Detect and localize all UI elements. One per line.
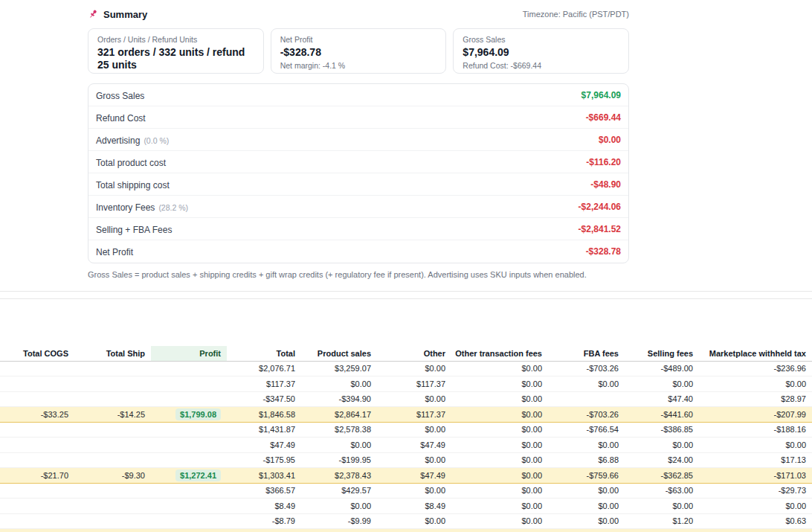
cell-product-sales: $429.57 (301, 483, 377, 499)
cell-selling-fees: $0.00 (625, 438, 699, 453)
cell-product-sales (301, 529, 377, 532)
cell-total: $1,303.41 (227, 468, 301, 484)
summary-row-label: Refund Cost (96, 111, 146, 124)
col-header-other: Other (377, 346, 451, 361)
cell-total-cogs (0, 452, 74, 468)
cell-total: $366.57 (227, 483, 301, 499)
summary-breakdown-list: Gross Sales$7,964.09Refund Cost-$669.44A… (88, 83, 629, 263)
cell-other-transaction-fees: $0.00 (451, 499, 548, 514)
cell-fba-fees: $0.00 (548, 513, 625, 529)
cell-fba-fees: -$759.66 (548, 468, 625, 484)
table-subtotal-row (0, 529, 812, 532)
cell-product-sales: -$394.90 (301, 391, 377, 407)
summary-row-refund-cost: Refund Cost-$669.44 (88, 106, 628, 129)
cell-total-cogs: -$33.25 (0, 407, 74, 423)
cell-total-cogs (0, 361, 74, 376)
summary-row-note: (28.2 %) (158, 203, 188, 212)
cell-fba-fees: $0.00 (548, 499, 625, 514)
cell-total: -$8.79 (227, 513, 301, 529)
cell-other-transaction-fees: $0.00 (451, 438, 548, 453)
cell-profit (151, 529, 227, 532)
card-gross-sales: Gross Sales $7,964.09 Refund Cost: -$669… (453, 28, 629, 74)
cell-total-cogs: -$21.70 (0, 468, 74, 484)
table-subtotal-row: -$33.25-$14.25$1,799.08$1,846.58$2,864.1… (0, 407, 812, 423)
cell-selling-fees: $24.00 (625, 452, 699, 468)
summary-row-label: Total shipping cost (96, 178, 170, 191)
divider-line (0, 291, 812, 292)
cell-other: $0.00 (377, 391, 451, 407)
cell-fba-fees (548, 391, 625, 407)
summary-row-value: -$2,244.06 (579, 202, 621, 212)
cell-other-transaction-fees: $0.00 (451, 468, 548, 484)
cell-product-sales: $0.00 (301, 438, 377, 453)
cell-selling-fees: -$362.85 (625, 468, 699, 484)
cell-other: $0.00 (377, 452, 451, 468)
cell-profit (151, 376, 227, 392)
col-header-total-ship: Total Ship (74, 346, 151, 361)
cell-marketplace-withheld-tax: -$207.99 (699, 407, 812, 423)
table-row: $117.37$0.00$117.37$0.00$0.00$0.00$0.00 (0, 376, 812, 392)
profit-chip: $1,799.08 (175, 408, 221, 420)
cell-total: -$175.95 (227, 452, 301, 468)
cell-selling-fees: $47.40 (625, 391, 699, 407)
cell-total: $47.49 (227, 438, 301, 453)
cell-other: $0.00 (377, 483, 451, 499)
card-net-profit: Net Profit -$328.78 Net margin: -4.1 % (271, 28, 447, 74)
cell-fba-fees: $0.00 (548, 483, 625, 499)
cell-total-ship (74, 422, 151, 438)
divider-line (0, 298, 812, 299)
col-header-total: Total (227, 346, 301, 361)
cell-fba-fees: -$766.54 (548, 422, 625, 438)
cell-other-transaction-fees: $0.00 (451, 376, 548, 392)
table-row: $8.49$0.00$8.49$0.00$0.00$0.00$0.00 (0, 499, 812, 514)
table-row: -$8.79-$9.99$0.00$0.00$0.00$1.20$0.63 (0, 513, 812, 529)
cell-total-cogs (0, 391, 74, 407)
pin-icon (88, 9, 98, 19)
summary-header: Summary Timezone: Pacific (PST/PDT) (88, 0, 629, 28)
col-header-selling-fees: Selling fees (625, 346, 699, 361)
cell-marketplace-withheld-tax: -$236.96 (699, 361, 812, 376)
cell-total-cogs (0, 422, 74, 438)
cell-selling-fees: $0.00 (625, 499, 699, 514)
cell-other-transaction-fees (451, 529, 548, 532)
cell-fba-fees: $0.00 (548, 376, 625, 392)
summary-row-advertising: Advertising(0.0 %)$0.00 (88, 129, 628, 151)
cell-fba-fees: $0.00 (548, 438, 625, 453)
cell-total-ship (74, 391, 151, 407)
col-header-fba-fees: FBA fees (548, 346, 625, 361)
summary-row-label: Inventory Fees(28.2 %) (96, 200, 188, 214)
cell-total-cogs (0, 376, 74, 392)
cell-total-ship: -$9.30 (74, 468, 151, 484)
card-subtext: Refund Cost: -$669.44 (463, 61, 619, 70)
cell-total (227, 529, 301, 532)
table-row: -$175.95-$199.95$0.00$0.00$6.88$24.00$17… (0, 452, 812, 468)
cell-other-transaction-fees: $0.00 (451, 483, 548, 499)
col-header-other-transaction-fees: Other transaction fees (451, 346, 548, 361)
cell-marketplace-withheld-tax: $0.00 (699, 376, 812, 392)
cell-selling-fees (625, 529, 699, 532)
cell-profit (151, 513, 227, 529)
cell-total-cogs (0, 438, 74, 453)
cell-product-sales: -$9.99 (301, 513, 377, 529)
cell-other: $0.00 (377, 422, 451, 438)
cell-fba-fees: -$703.26 (548, 361, 625, 376)
footnote: Gross Sales = product sales + shipping c… (88, 270, 629, 279)
card-orders-units: Orders / Units / Refund Units 321 orders… (88, 28, 264, 74)
cell-selling-fees: $0.00 (625, 376, 699, 392)
summary-row-label: Advertising(0.0 %) (96, 133, 169, 147)
card-label: Gross Sales (463, 35, 619, 44)
cell-profit: $1,799.08 (151, 407, 227, 423)
summary-row-net-profit: Net Profit-$328.78 (88, 240, 628, 263)
cell-selling-fees: $1.20 (625, 513, 699, 529)
cell-other-transaction-fees: $0.00 (451, 407, 548, 423)
cell-other-transaction-fees: $0.00 (451, 422, 548, 438)
cell-product-sales: $2,578.38 (301, 422, 377, 438)
summary-row-value: $0.00 (599, 135, 621, 145)
summary-row-gross-sales: Gross Sales$7,964.09 (88, 84, 628, 106)
cell-total: $8.49 (227, 499, 301, 514)
cell-fba-fees: $6.88 (548, 452, 625, 468)
card-value: $7,964.09 (463, 46, 619, 59)
transactions-table-grid: Total COGSTotal ShipProfitTotalProduct s… (0, 346, 812, 532)
cell-product-sales: $2,378.43 (301, 468, 377, 484)
cell-marketplace-withheld-tax: -$171.03 (699, 468, 812, 484)
